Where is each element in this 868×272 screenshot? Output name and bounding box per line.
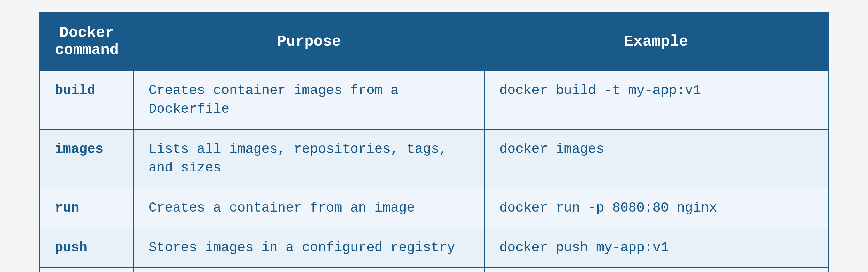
cell-example: docker push my-app:v1 — [484, 228, 828, 268]
table-row: buildCreates container images from a Doc… — [40, 71, 828, 129]
cell-purpose: Retrieves images from a configured regis… — [133, 268, 484, 272]
cell-example: docker build -t my-app:v1 — [484, 71, 828, 129]
cell-purpose: Creates container images from a Dockerfi… — [133, 71, 484, 129]
header-example: Example — [484, 12, 828, 71]
header-purpose: Purpose — [133, 12, 484, 71]
cell-purpose: Lists all images, repositories, tags, an… — [133, 129, 484, 188]
cell-command: pull — [40, 268, 134, 272]
cell-command: push — [40, 228, 134, 268]
cell-command: run — [40, 188, 134, 228]
cell-command: build — [40, 71, 134, 129]
cell-command: images — [40, 129, 134, 188]
table-body: buildCreates container images from a Doc… — [40, 71, 828, 272]
table-row: imagesLists all images, repositories, ta… — [40, 129, 828, 188]
table-row: pullRetrieves images from a configured r… — [40, 268, 828, 272]
table-row: runCreates a container from an imagedock… — [40, 188, 828, 228]
table-row: pushStores images in a configured regist… — [40, 228, 828, 268]
docker-commands-table: Dockercommand Purpose Example buildCreat… — [39, 12, 829, 272]
cell-example: docker run -p 8080:80 nginx — [484, 188, 828, 228]
cell-example: docker pull nginx — [484, 268, 828, 272]
cell-purpose: Creates a container from an image — [133, 188, 484, 228]
cell-purpose: Stores images in a configured registry — [133, 228, 484, 268]
page-container: Dockercommand Purpose Example buildCreat… — [0, 0, 868, 272]
cell-example: docker images — [484, 129, 828, 188]
table-header-row: Dockercommand Purpose Example — [40, 12, 828, 71]
header-command: Dockercommand — [40, 12, 134, 71]
